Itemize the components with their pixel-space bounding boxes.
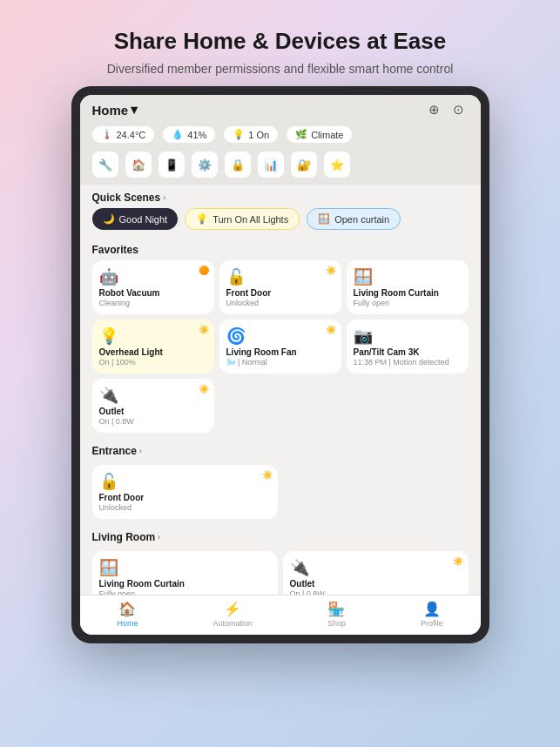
bottom-nav: 🏠 Home ⚡ Automation 🏪 Shop 👤 Profile (80, 595, 481, 635)
front-door-badge: ☀️ (326, 266, 336, 275)
device-card-robot-vacuum[interactable]: 🟠 🤖 Robot Vacuum Cleaning (92, 260, 214, 314)
living-room-chevron: › (158, 533, 160, 542)
grid-icon-4[interactable]: 🔒 (225, 151, 251, 178)
overhead-light-name: Overhead Light (99, 347, 207, 358)
robot-vacuum-icon: 🤖 (99, 267, 207, 286)
robot-vacuum-badge: 🟠 (199, 266, 209, 275)
temp-icon: 🌡️ (101, 129, 113, 140)
grid-icon-0[interactable]: 🔧 (92, 151, 118, 178)
main-content: Quick Scenes › 🌙 Good Night 💡 Turn On Al… (80, 185, 481, 595)
lights-on-icon: 💡 (196, 213, 208, 225)
entrance-door-status: Unlocked (99, 503, 271, 512)
page-header: Share Home & Devices at Ease Diversified… (72, 0, 489, 86)
nav-shop-icon: 🏪 (327, 601, 345, 617)
nav-profile-label: Profile (421, 619, 443, 628)
grid-icon-6[interactable]: 🔐 (291, 151, 317, 178)
stat-temperature[interactable]: 🌡️ 24.4°C (92, 126, 155, 143)
overhead-light-badge: ☀️ (199, 325, 209, 334)
nav-automation-label: Automation (213, 619, 253, 628)
entrance-door-name: Front Door (99, 493, 271, 503)
grid-icon-1[interactable]: 🏠 (125, 151, 152, 178)
curtain-label: Open curtain (334, 214, 389, 225)
grid-icon-3[interactable]: ⚙️ (192, 151, 218, 178)
tablet-screen: Home ▾ ⊕ ⊙ 🌡️ 24.4°C 💧 41% 💡 1 On (80, 95, 481, 635)
lr-curtain-status: Fully open (99, 589, 271, 595)
device-card-lr-outlet[interactable]: ☀️ 🔌 Outlet On | 0.8W (283, 551, 469, 595)
scene-turn-on-lights[interactable]: 💡 Turn On All Lights (185, 208, 300, 230)
nav-home[interactable]: 🏠 Home (117, 601, 138, 628)
grid-icon-7[interactable]: ⭐ (324, 151, 350, 178)
lr-outlet-name: Outlet (290, 579, 462, 589)
settings-icon[interactable]: ⊙ (453, 102, 469, 118)
nav-profile[interactable]: 👤 Profile (421, 601, 443, 628)
outlet-fav-badge: ☀️ (199, 384, 209, 394)
humidity-value: 41% (187, 130, 206, 140)
home-chevron: ▾ (131, 102, 138, 118)
temp-value: 24.4°C (117, 130, 146, 140)
device-card-cam[interactable]: 📷 Pan/Tilt Cam 3K 11:38 PM | Motion dete… (347, 320, 469, 374)
fan-name: Living Room Fan (226, 347, 334, 358)
page-title: Share Home & Devices at Ease (107, 28, 454, 55)
nav-shop-label: Shop (327, 619, 346, 628)
entrance-section: ☀️ 🔓 Front Door Unlocked (80, 461, 481, 524)
outlet-fav-status: On | 0.8W (99, 417, 207, 426)
fan-icon: 🌀 (226, 326, 334, 346)
device-card-living-room-curtain[interactable]: 🪟 Living Room Curtain Fully open (347, 260, 469, 314)
lr-outlet-badge: ☀️ (453, 556, 463, 566)
robot-vacuum-status: Cleaning (99, 299, 207, 307)
device-card-overhead-light[interactable]: ☀️ 💡 Overhead Light On | 100% (92, 320, 214, 374)
living-room-header[interactable]: Living Room › (80, 524, 481, 548)
icon-grid: 🔧 🏠 📱 ⚙️ 🔒 📊 🔐 ⭐ (80, 148, 481, 185)
home-title[interactable]: Home ▾ (92, 102, 138, 118)
stat-lights[interactable]: 💡 1 On (224, 126, 278, 143)
good-night-icon: 🌙 (103, 213, 115, 225)
stat-humidity[interactable]: 💧 41% (163, 126, 215, 143)
lr-curtain-name: Living Room Curtain (99, 579, 271, 589)
nav-shop[interactable]: 🏪 Shop (327, 601, 346, 628)
scene-open-curtain[interactable]: 🪟 Open curtain (307, 208, 401, 230)
fan-status: 🌬️ | Normal (226, 358, 334, 367)
cam-name: Pan/Tilt Cam 3K (354, 347, 462, 358)
device-card-outlet-fav[interactable]: ☀️ 🔌 Outlet On | 0.8W (92, 379, 214, 433)
lights-on-label: Turn On All Lights (213, 214, 288, 225)
entrance-header[interactable]: Entrance › (80, 438, 481, 461)
lights-icon: 💡 (233, 129, 245, 140)
entrance-door-icon: 🔓 (99, 472, 271, 491)
overhead-light-status: On | 100% (99, 358, 207, 367)
grid-icon-2[interactable]: 📱 (159, 151, 185, 178)
front-door-name: Front Door (226, 288, 334, 299)
quick-scenes-label: Quick Scenes (92, 192, 161, 204)
quick-scenes-header[interactable]: Quick Scenes › (80, 185, 481, 208)
device-card-lr-curtain[interactable]: 🪟 Living Room Curtain Fully open (92, 551, 278, 595)
stat-climate[interactable]: 🌿 Climate (287, 126, 352, 143)
lr-outlet-status: On | 0.8W (290, 589, 462, 595)
quick-scenes-chevron: › (163, 193, 165, 202)
quick-scenes-row: 🌙 Good Night 💡 Turn On All Lights 🪟 Open… (80, 208, 481, 237)
cam-icon: 📷 (354, 326, 462, 346)
add-icon[interactable]: ⊕ (428, 102, 444, 118)
good-night-label: Good Night (119, 214, 168, 225)
living-room-label: Living Room (92, 531, 156, 543)
robot-vacuum-name: Robot Vacuum (99, 288, 207, 299)
scene-good-night[interactable]: 🌙 Good Night (92, 208, 179, 230)
device-card-living-room-fan[interactable]: ☀️ 🌀 Living Room Fan 🌬️ | Normal (219, 320, 341, 374)
curtain-fav-name: Living Room Curtain (354, 288, 462, 299)
entrance-label: Entrance (92, 445, 137, 457)
living-room-section: 🪟 Living Room Curtain Fully open ☀️ 🔌 Ou… (80, 548, 481, 595)
cam-status: 11:38 PM | Motion detected (354, 358, 462, 367)
top-bar: Home ▾ ⊕ ⊙ (80, 95, 481, 123)
device-card-entrance-front-door[interactable]: ☀️ 🔓 Front Door Unlocked (92, 465, 278, 519)
fan-badge: ☀️ (326, 325, 336, 334)
living-room-grid: 🪟 Living Room Curtain Fully open ☀️ 🔌 Ou… (92, 551, 469, 595)
nav-automation[interactable]: ⚡ Automation (213, 601, 253, 628)
favorites-label: Favorites (92, 244, 138, 256)
page-subtitle: Diversified member permissions and flexi… (107, 62, 454, 76)
lr-curtain-icon: 🪟 (99, 558, 271, 577)
grid-icon-5[interactable]: 📊 (258, 151, 284, 178)
home-label: Home (92, 103, 129, 118)
front-door-status: Unlocked (226, 299, 334, 307)
device-card-front-door[interactable]: ☀️ 🔓 Front Door Unlocked (219, 260, 341, 314)
lr-outlet-icon: 🔌 (290, 558, 462, 577)
humidity-icon: 💧 (172, 129, 184, 140)
outlet-fav-name: Outlet (99, 407, 207, 417)
